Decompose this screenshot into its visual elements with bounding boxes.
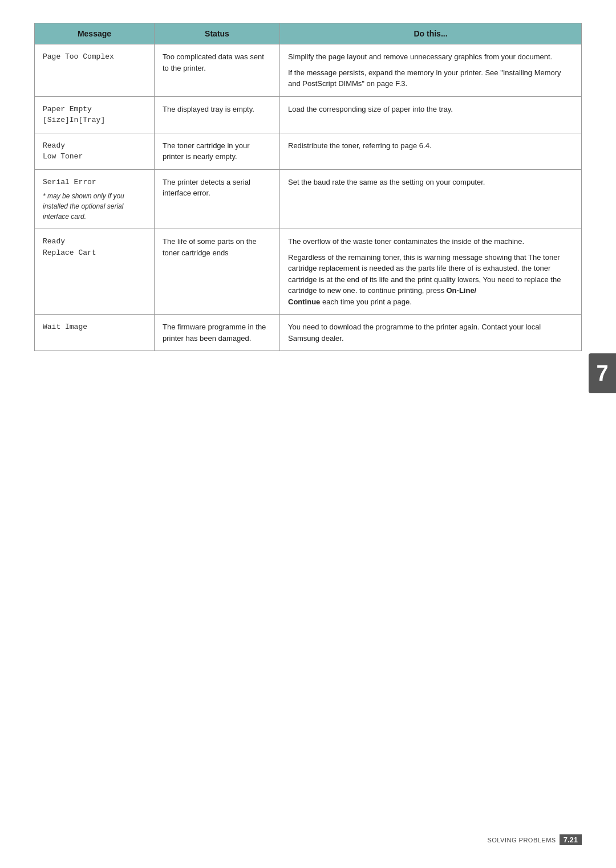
footer: Solving Problems 7.21 [487, 834, 582, 845]
dothis-cell: Load the corresponding size of paper int… [280, 96, 582, 133]
dothis-cell: You need to download the programme to th… [280, 315, 582, 351]
dothis-cell: Redistribute the toner, referring to pag… [280, 133, 582, 169]
table-row: Wait Image The firmware programme in the… [35, 315, 582, 351]
message-cell: Serial Error * may be shown only if you … [35, 169, 155, 229]
table-row: ReadyReplace Cart The life of some parts… [35, 229, 582, 315]
status-cell: The printer detects a serial interface e… [155, 169, 280, 229]
footer-label: Solving Problems [487, 837, 556, 843]
chapter-tab: 7 [589, 353, 616, 393]
status-cell: The life of some parts on the toner cart… [155, 229, 280, 315]
message-cell: ReadyReplace Cart [35, 229, 155, 315]
footer-page-number: 7.21 [560, 834, 582, 845]
dothis-cell: Set the baud rate the same as the settin… [280, 169, 582, 229]
dothis-cell: The overflow of the waste toner contamin… [280, 229, 582, 315]
status-cell: The toner cartridge in your printer is n… [155, 133, 280, 169]
col-header-dothis: Do this... [280, 23, 582, 44]
message-cell: ReadyLow Toner [35, 133, 155, 169]
status-cell: Too complicated data was sent to the pri… [155, 44, 280, 97]
bold-text: On-Line/Continue [288, 286, 476, 306]
dothis-cell: Simplify the page layout and remove unne… [280, 44, 582, 97]
message-cell: Page Too Complex [35, 44, 155, 97]
table-row: Serial Error * may be shown only if you … [35, 169, 582, 229]
page-wrapper: Message Status Do this... Page Too Compl… [0, 0, 616, 397]
message-cell: Paper Empty[Size]In[Tray] [35, 96, 155, 133]
table-row: Page Too Complex Too complicated data wa… [35, 44, 582, 97]
col-header-message: Message [35, 23, 155, 44]
status-cell: The firmware programme in the printer ha… [155, 315, 280, 351]
printer-messages-table: Message Status Do this... Page Too Compl… [34, 23, 582, 351]
table-row: ReadyLow Toner The toner cartridge in yo… [35, 133, 582, 169]
table-row: Paper Empty[Size]In[Tray] The displayed … [35, 96, 582, 133]
col-header-status: Status [155, 23, 280, 44]
message-cell: Wait Image [35, 315, 155, 351]
status-cell: The displayed tray is empty. [155, 96, 280, 133]
